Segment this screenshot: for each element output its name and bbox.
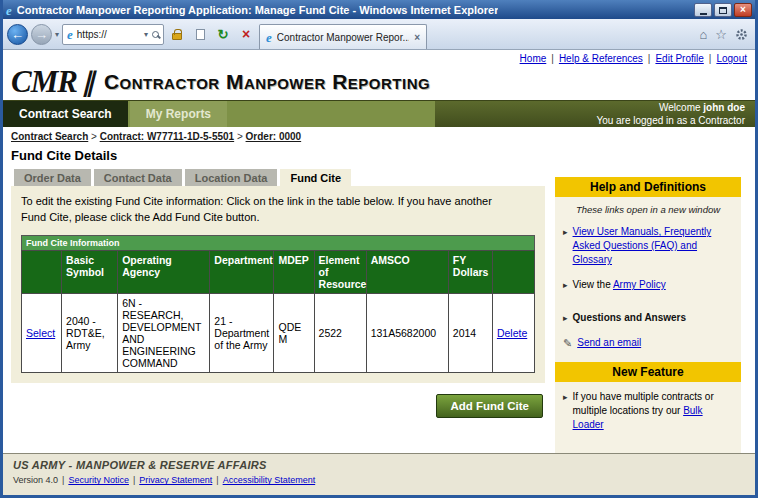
pencil-icon: ✎ (563, 336, 572, 351)
delete-link[interactable]: Delete (497, 327, 527, 339)
page-title: Fund Cite Details (11, 148, 545, 163)
welcome-area: Welcome john doe You are logged in as a … (435, 101, 755, 127)
army-policy-link[interactable]: Army Policy (613, 279, 666, 290)
browser-tab[interactable]: e Contractor Manpower Repor... × (259, 24, 427, 49)
search-icon[interactable] (152, 31, 159, 38)
page-icon (196, 29, 205, 40)
breadcrumb-contract-search[interactable]: Contract Search (11, 131, 88, 142)
table-header-row: Basic Symbol Operating Agency Department… (22, 250, 535, 293)
minimize-icon (700, 13, 707, 15)
privacy-statement-link[interactable]: Privacy Statement (139, 475, 212, 485)
bulk-loader-item: ▸ If you have multiple contracts or mult… (563, 390, 735, 432)
breadcrumb-contract[interactable]: Contract: W77711-1D-5-5501 (100, 131, 235, 142)
col-delete (492, 250, 534, 293)
minimize-button[interactable] (694, 3, 712, 17)
bullet-icon: ▸ (563, 226, 568, 267)
gear-icon[interactable] (735, 28, 748, 41)
page-viewport: Home Help & References Edit Profile Logo… (3, 50, 755, 495)
browser-toolbar: ← → ▾ e https:// ▾ ↻ × e Contractor Manp… (3, 19, 755, 50)
bullet-icon: ▸ (563, 279, 568, 292)
favorites-star-icon[interactable]: ☆ (715, 27, 727, 42)
fund-cite-panel: To edit the existing Fund Cite informati… (11, 186, 545, 383)
tab-my-reports[interactable]: My Reports (130, 101, 227, 127)
security-lock-button[interactable] (167, 24, 187, 44)
breadcrumb-order[interactable]: Order: 0000 (246, 131, 302, 142)
add-fund-cite-button[interactable]: Add Fund Cite (436, 394, 543, 418)
close-button[interactable]: × (734, 3, 752, 17)
subtab-location-data[interactable]: Location Data (185, 169, 278, 186)
tab-close-icon[interactable]: × (414, 32, 420, 43)
login-status: You are logged in as a Contractor (596, 114, 745, 127)
subtab-contact-data[interactable]: Contact Data (94, 169, 182, 186)
browser-window: e Contractor Manpower Reporting Applicat… (0, 0, 758, 498)
send-email-item: ✎ Send an email (563, 336, 735, 351)
forward-button[interactable]: → (31, 24, 52, 45)
ie-icon: e (6, 4, 12, 17)
col-operating-agency: Operating Agency (118, 250, 210, 293)
maximize-icon (719, 7, 727, 14)
accessibility-statement-link[interactable]: Accessibility Statement (223, 475, 316, 485)
app-title: Contractor Manpower Reporting (104, 71, 430, 92)
ie-icon: e (67, 28, 73, 41)
select-link[interactable]: Select (26, 327, 55, 339)
col-basic-symbol: Basic Symbol (62, 250, 118, 293)
security-notice-link[interactable]: Security Notice (68, 475, 129, 485)
address-bar[interactable]: e https:// ▾ (62, 24, 164, 45)
compatibility-button[interactable] (190, 24, 210, 44)
logout-link[interactable]: Logout (716, 53, 747, 64)
list-item: ▸ View User Manuals, Frequently Asked Qu… (563, 225, 735, 267)
help-sidebar: Help and Definitions These links open in… (555, 177, 741, 453)
user-manuals-link[interactable]: View User Manuals, Frequently Asked Ques… (573, 226, 712, 265)
breadcrumb: Contract SearchContract: W77711-1D-5-550… (3, 127, 755, 144)
questions-answers-item: ▸ Questions and Answers (563, 311, 735, 325)
main-content: Fund Cite Details Order Data Contact Dat… (11, 144, 545, 418)
list-item: ▸ View the Army Policy (563, 278, 735, 292)
page-footer: US ARMY - MANPOWER & RESERVE AFFAIRS Ver… (3, 453, 755, 495)
button-row: Add Fund Cite (11, 383, 545, 418)
bullet-icon: ▸ (563, 391, 568, 432)
col-mdep: MDEP (274, 250, 314, 293)
fund-cite-table: Basic Symbol Operating Agency Department… (21, 250, 535, 373)
history-dropdown-icon[interactable]: ▾ (55, 30, 59, 39)
col-department: Department (210, 250, 274, 293)
window-controls: × (694, 3, 752, 17)
bullet-icon: ▸ (563, 312, 568, 325)
stop-button[interactable]: × (236, 24, 256, 44)
cmr-logo-acronym: CMR (11, 66, 77, 97)
col-fy-dollars: FY Dollars (448, 250, 492, 293)
col-amsco: AMSCO (366, 250, 448, 293)
main-row: Fund Cite Details Order Data Contact Dat… (3, 144, 755, 453)
username: john doe (703, 102, 745, 113)
new-window-note: These links open in a new window (559, 204, 737, 215)
home-link[interactable]: Home (520, 53, 547, 64)
detail-subtabs: Order Data Contact Data Location Data Fu… (14, 169, 545, 186)
refresh-button[interactable]: ↻ (213, 24, 233, 44)
questions-answers-title: Questions and Answers (573, 311, 687, 325)
window-title: Contractor Manpower Reporting Applicatio… (17, 4, 499, 16)
ie-icon: e (266, 31, 272, 44)
address-text: https:// (77, 29, 140, 40)
tab-contract-search[interactable]: Contract Search (3, 101, 128, 127)
send-email-link[interactable]: Send an email (577, 336, 641, 351)
address-dropdown-icon[interactable]: ▾ (144, 30, 148, 39)
subtab-fund-cite[interactable]: Fund Cite (280, 169, 351, 186)
lock-icon (172, 33, 182, 40)
cell-operating-agency: 6N - RESEARCH, DEVELOPMENT AND ENGINEERI… (118, 293, 210, 372)
new-feature-header: New Feature (555, 362, 741, 382)
welcome-line: Welcome john doe (659, 101, 745, 114)
subtab-order-data[interactable]: Order Data (14, 169, 91, 186)
title-bar: e Contractor Manpower Reporting Applicat… (3, 0, 755, 19)
help-references-link[interactable]: Help & References (559, 53, 643, 64)
edit-profile-link[interactable]: Edit Profile (655, 53, 703, 64)
cell-fy-dollars: 2014 (448, 293, 492, 372)
version-text: Version 4.0 (13, 475, 58, 485)
cell-amsco: 131A5682000 (366, 293, 448, 372)
help-definitions-header: Help and Definitions (555, 177, 741, 197)
table-row: Select 2040 - RDT&E, Army 6N - RESEARCH,… (22, 293, 535, 372)
browser-tab-title: Contractor Manpower Repor... (277, 32, 409, 43)
home-icon[interactable]: ⌂ (699, 27, 707, 42)
maximize-button[interactable] (714, 3, 732, 17)
back-button[interactable]: ← (7, 24, 28, 45)
cell-element-of-resource: 2522 (314, 293, 366, 372)
utility-links: Home Help & References Edit Profile Logo… (3, 50, 755, 65)
